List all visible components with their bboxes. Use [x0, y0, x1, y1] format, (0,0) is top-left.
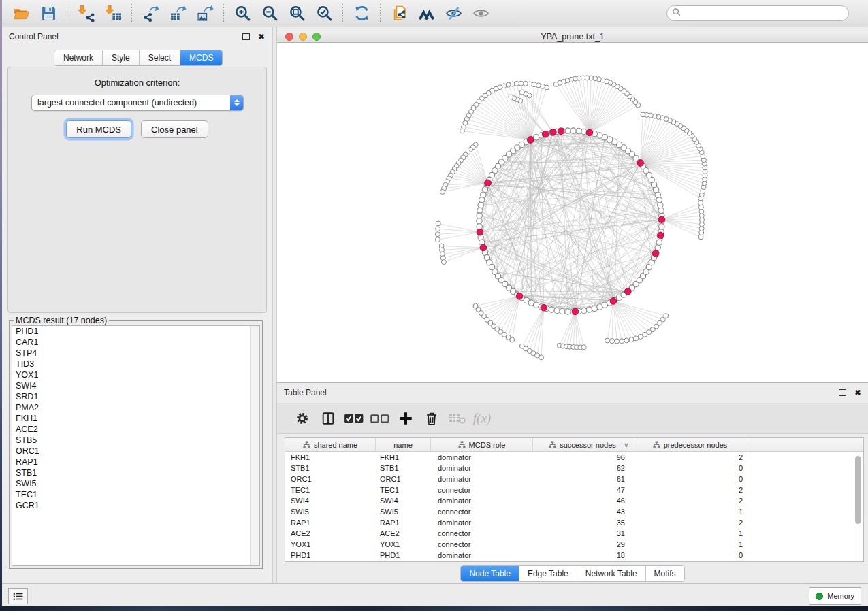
deselect-all-rows-button[interactable]	[371, 410, 389, 427]
table-row[interactable]: RAP1RAP1dominator352	[285, 517, 863, 528]
table-row[interactable]: YOX1YOX1connector291	[285, 539, 863, 550]
close-panel-button[interactable]: Close panel	[141, 120, 208, 138]
import-table-button[interactable]	[101, 3, 125, 24]
zoom-out-button[interactable]	[258, 3, 281, 24]
result-node-item[interactable]: YOX1	[12, 369, 259, 380]
memory-status-icon	[816, 593, 823, 600]
table-row[interactable]: STB1STB1dominator620	[285, 463, 863, 474]
column-header-successor-nodes[interactable]: successor nodes∨	[533, 438, 632, 451]
result-node-item[interactable]: TID3	[12, 359, 259, 369]
tab-select[interactable]: Select	[140, 50, 180, 65]
network-window-titlebar[interactable]: YPA_prune.txt_1	[277, 31, 868, 43]
table-cell: dominator	[431, 517, 533, 528]
result-node-item[interactable]: SWI5	[12, 478, 259, 489]
result-node-item[interactable]: RAP1	[12, 457, 259, 467]
result-node-item[interactable]: FKH1	[12, 413, 259, 424]
tab-network[interactable]: Network	[54, 50, 103, 65]
result-node-item[interactable]: STP4	[12, 348, 259, 359]
clone-network-button[interactable]	[387, 3, 411, 24]
result-node-item[interactable]: GCR1	[12, 500, 259, 511]
table-cell: connector	[431, 506, 533, 517]
optimization-criterion-select[interactable]: largest connected component (undirected)	[31, 95, 244, 111]
export-table-button[interactable]	[166, 3, 189, 24]
result-node-item[interactable]: TEC1	[12, 489, 259, 500]
mcds-panel: Optimization criterion: largest connecte…	[7, 67, 267, 313]
add-column-button[interactable]	[397, 410, 415, 427]
search-input[interactable]	[681, 7, 848, 20]
zoom-in-button[interactable]	[231, 3, 254, 24]
show-all-button[interactable]	[469, 3, 492, 24]
result-node-item[interactable]: PHD1	[12, 326, 259, 337]
toolbar-separator	[131, 4, 132, 23]
table-cell: YOX1	[285, 539, 376, 550]
toolbar-separator	[342, 4, 343, 23]
table-row[interactable]: FKH1FKH1dominator962	[285, 452, 863, 463]
result-node-item[interactable]: SRD1	[12, 391, 259, 402]
toggle-panes-button[interactable]	[319, 410, 337, 427]
table-row[interactable]: SWI4SWI4dominator462	[285, 495, 863, 506]
apply-layout-button[interactable]	[350, 3, 373, 24]
close-panel-icon[interactable]: ✖	[258, 33, 265, 41]
table-cell: 2	[632, 484, 748, 495]
column-header-name[interactable]: name	[376, 438, 431, 451]
table-cell-filler	[748, 539, 863, 550]
task-history-button[interactable]	[8, 588, 28, 604]
select-all-rows-button[interactable]	[345, 410, 363, 427]
tab-mcds[interactable]: MCDS	[180, 50, 222, 65]
sort-descending-icon[interactable]: ∨	[624, 442, 628, 448]
table-cell: STB1	[376, 463, 431, 474]
save-session-button[interactable]	[37, 3, 60, 24]
result-node-item[interactable]: ORC1	[12, 446, 259, 457]
toolbar-separator	[67, 4, 67, 23]
result-node-item[interactable]: STB1	[12, 467, 259, 478]
export-image-icon	[197, 5, 214, 22]
table-cell: connector	[431, 484, 533, 495]
column-header-shared-name[interactable]: shared name	[285, 438, 376, 451]
result-node-item[interactable]: PMA2	[12, 402, 259, 413]
hide-selected-button[interactable]	[442, 3, 465, 24]
zoom-out-icon	[261, 5, 278, 22]
tab-network-table[interactable]: Network Table	[577, 566, 646, 581]
close-table-panel-icon[interactable]: ✖	[854, 389, 861, 397]
column-header-filler	[748, 438, 863, 451]
zoom-selected-button[interactable]	[312, 3, 336, 24]
table-row[interactable]: ORC1ORC1dominator610	[285, 474, 863, 484]
memory-button[interactable]: Memory	[809, 587, 861, 605]
result-node-item[interactable]: ACE2	[12, 424, 259, 435]
table-row[interactable]: SWI5SWI5connector431	[285, 506, 863, 517]
column-label: successor nodes	[560, 441, 616, 449]
table-cell: dominator	[431, 452, 533, 463]
delete-column-button[interactable]	[423, 410, 440, 427]
table-row[interactable]: ACE2ACE2connector311	[285, 528, 863, 539]
float-table-panel-icon[interactable]	[839, 389, 846, 396]
search-box[interactable]	[666, 5, 849, 21]
result-scrollbar[interactable]	[250, 326, 259, 565]
export-network-button[interactable]	[139, 3, 162, 24]
export-image-button[interactable]	[193, 3, 216, 24]
tab-edge-table[interactable]: Edge Table	[519, 566, 577, 581]
table-row[interactable]: PHD1PHD1dominator180	[285, 550, 863, 561]
table-row[interactable]: TEC1TEC1connector472	[285, 484, 863, 495]
column-header-MCDS-role[interactable]: MCDS role	[431, 438, 533, 451]
run-mcds-button[interactable]: Run MCDS	[66, 120, 131, 138]
import-network-button[interactable]	[74, 3, 97, 24]
column-header-predecessor-nodes[interactable]: predecessor nodes	[632, 438, 748, 451]
tab-motifs[interactable]: Motifs	[646, 566, 684, 581]
result-node-item[interactable]: CAR1	[12, 337, 259, 348]
result-node-item[interactable]: SWI4	[12, 380, 259, 391]
table-cell: ORC1	[376, 474, 431, 484]
result-node-item[interactable]: STB5	[12, 435, 259, 446]
panel-splitter[interactable]	[272, 27, 277, 583]
table-scrollbar-thumb[interactable]	[855, 456, 861, 524]
tab-style[interactable]: Style	[103, 50, 140, 65]
column-settings-button[interactable]	[293, 410, 311, 427]
first-neighbors-button[interactable]	[415, 3, 438, 24]
zoom-fit-button[interactable]	[285, 3, 308, 24]
network-canvas[interactable]	[277, 43, 868, 383]
mcds-result-list[interactable]: PHD1CAR1STP4TID3YOX1SWI4SRD1PMA2FKH1ACE2…	[12, 325, 260, 566]
open-file-button[interactable]	[10, 3, 33, 24]
float-panel-icon[interactable]	[242, 33, 250, 40]
list-icon	[13, 592, 24, 601]
tab-node-table[interactable]: Node Table	[461, 566, 519, 581]
table-scrollbar[interactable]	[854, 452, 863, 561]
